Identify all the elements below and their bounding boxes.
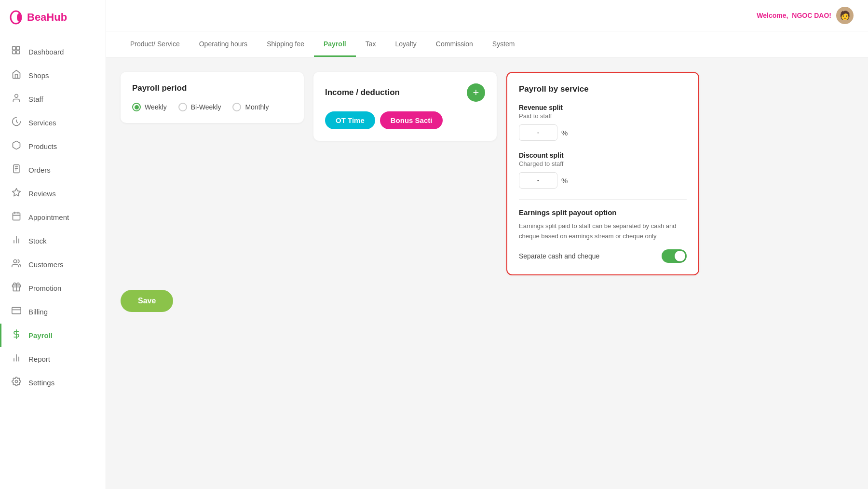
svg-point-6 [15,95,18,98]
sidebar-item-label: Orders [28,166,51,174]
discount-split-label: Discount split [519,151,687,159]
payroll-service-title: Payroll by service [519,84,687,94]
dashboard-icon [11,46,22,58]
tab-payroll[interactable]: Payroll [314,31,356,57]
sidebar-item-label: Promotion [28,284,61,292]
radio-label-biweekly: Bi-Weekly [191,103,221,111]
tab-product-service[interactable]: Product/ Service [121,31,190,57]
sidebar-item-billing[interactable]: Billing [0,300,106,324]
sidebar-item-promotion[interactable]: Promotion [0,276,106,300]
report-icon [11,353,22,365]
tab-loyalty[interactable]: Loyalty [385,31,426,57]
toggle-row: Separate cash and cheque [519,249,687,263]
top-bar: Welcome, NGOC DAO! 🧑 [106,0,868,31]
sidebar-item-label: Report [28,355,50,363]
svg-rect-4 [13,51,16,54]
svg-marker-11 [13,189,21,196]
svg-rect-3 [16,47,20,50]
tag-bonus-sacti[interactable]: Bonus Sacti [380,111,443,129]
sidebar-item-services[interactable]: Services [0,111,106,135]
revenue-split-label: Revenue split [519,104,687,111]
staff-icon [11,93,22,105]
promotion-icon [11,282,22,294]
svg-point-26 [15,380,18,383]
earnings-split-title: Earnings split payout option [519,208,687,217]
sidebar-item-label: Payroll [28,331,53,340]
discount-split-input[interactable] [519,172,557,189]
radio-label-weekly: Weekly [145,103,167,111]
radio-label-monthly: Monthly [245,103,269,111]
add-income-button[interactable]: + [467,83,485,102]
shops-icon [11,69,22,82]
revenue-split-pct: % [561,129,568,137]
products-icon [11,140,22,152]
tab-shipping-fee[interactable]: Shipping fee [257,31,314,57]
payroll-period-card: Payroll period Weekly Bi-Weekly Monthly [121,72,304,123]
sidebar-item-label: Reviews [28,190,56,198]
tab-system[interactable]: System [483,31,525,57]
settings-icon [11,377,22,389]
sidebar-item-label: Products [28,142,57,150]
page-body: Payroll period Weekly Bi-Weekly Monthly … [106,57,868,489]
sidebar-item-label: Staff [28,95,43,103]
sidebar-item-stock[interactable]: Stock [0,229,106,253]
customers-icon [11,258,22,271]
tab-nav: Product/ ServiceOperating hoursShipping … [106,31,868,57]
sidebar-item-report[interactable]: Report [0,347,106,371]
revenue-split-sublabel: Paid to staff [519,112,687,120]
sidebar: BeaHub Dashboard Shops Staff Services Pr… [0,0,106,489]
tab-tax[interactable]: Tax [356,31,386,57]
sidebar-item-staff[interactable]: Staff [0,87,106,111]
sidebar-item-settings[interactable]: Settings [0,371,106,394]
stock-icon [11,235,22,247]
revenue-split-input-row: % [519,124,687,141]
sidebar-item-customers[interactable]: Customers [0,253,106,276]
radio-biweekly[interactable]: Bi-Weekly [178,103,221,111]
svg-rect-20 [12,307,21,313]
sidebar-item-shops[interactable]: Shops [0,64,106,87]
earnings-split-desc: Earnings split paid to staff can be sepa… [519,221,687,242]
payroll-by-service-card: Payroll by service Revenue split Paid to… [506,72,699,275]
sidebar-item-label: Settings [28,379,54,387]
radio-monthly[interactable]: Monthly [232,103,269,111]
tag-ot-time[interactable]: OT Time [325,111,375,129]
income-deduction-card: Income / deduction + OT TimeBonus Sacti [313,72,497,141]
svg-rect-2 [13,47,16,50]
svg-rect-12 [13,213,20,220]
revenue-split-input[interactable] [519,124,557,141]
toggle-label: Separate cash and cheque [519,252,599,260]
sidebar-item-label: Billing [28,308,48,316]
sidebar-item-label: Stock [28,237,47,245]
sidebar-item-payroll[interactable]: Payroll [0,324,106,347]
tab-operating-hours[interactable]: Operating hours [190,31,257,57]
sidebar-item-label: Services [28,119,56,127]
tab-commission[interactable]: Commission [426,31,483,57]
radio-btn-weekly [132,103,141,111]
divider [519,199,687,200]
discount-split-sublabel: Charged to staff [519,160,687,167]
billing-icon [11,306,22,318]
sidebar-item-dashboard[interactable]: Dashboard [0,40,106,64]
radio-weekly[interactable]: Weekly [132,103,167,111]
separate-cash-cheque-toggle[interactable] [662,249,687,263]
sidebar-item-appointment[interactable]: Appointment [0,205,106,229]
sidebar-item-label: Shops [28,71,49,80]
welcome-text: Welcome, NGOC DAO! [757,12,831,19]
sidebar-item-reviews[interactable]: Reviews [0,182,106,205]
radio-btn-monthly [232,103,241,111]
avatar: 🧑 [836,7,854,24]
discount-split-pct: % [561,177,568,185]
income-tags: OT TimeBonus Sacti [325,111,485,129]
save-button[interactable]: Save [121,290,173,312]
income-title: Income / deduction [325,88,400,97]
discount-split-input-row: % [519,172,687,189]
sidebar-item-products[interactable]: Products [0,135,106,158]
services-icon [11,117,22,129]
income-header: Income / deduction + [325,83,485,102]
save-section: Save [121,290,854,312]
revenue-split-row: Revenue split Paid to staff % [519,104,687,141]
sidebar-item-orders[interactable]: Orders [0,158,106,182]
sidebar-item-label: Dashboard [28,48,64,56]
discount-split-row: Discount split Charged to staff % [519,151,687,189]
svg-point-1 [17,13,22,22]
